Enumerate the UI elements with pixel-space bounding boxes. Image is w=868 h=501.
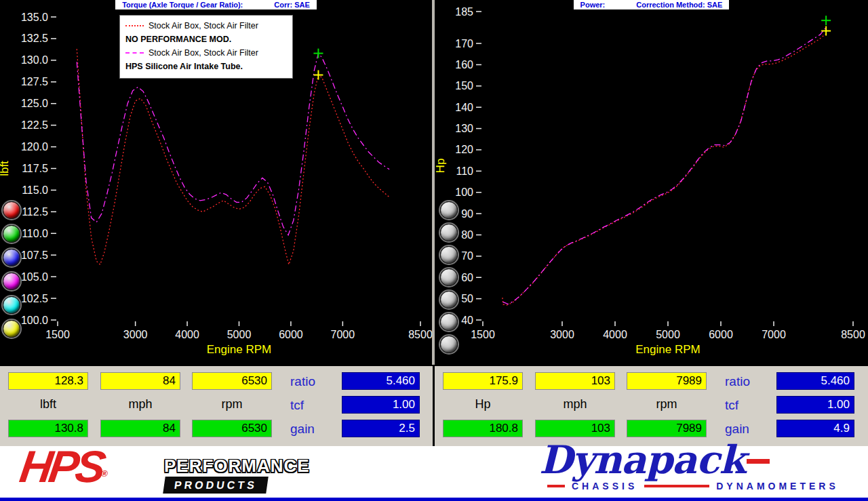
power-channel-buttons [440,201,458,353]
stock-torque-display: 128.3 [8,372,88,390]
svg-text:132.5: 132.5 [21,33,48,44]
legend-stock-line1: Stock Air Box, Stock Air Filter [149,21,258,31]
dynapack-chassis-text: CHASSIS [572,481,637,492]
stock-line-sample-icon [125,25,144,26]
power-channel-button-1[interactable] [440,201,458,219]
tcf-value: 1.00 [776,396,854,414]
power-panel-title: Power: [580,1,606,9]
torque-channel-buttons [3,201,20,338]
hps-products-bar: PRODUCTS [163,477,269,494]
legend-stock-line2: NO PERFORMANCE MOD. [125,35,231,44]
svg-text:127.5: 127.5 [21,76,48,87]
bottom-accent-bar [0,498,868,501]
power-unit-label: Hp [443,397,523,412]
rpm-unit-label: rpm [192,397,272,412]
tcf-label: tcf [290,398,339,413]
svg-text:lbft: lbft [0,161,11,176]
power-chart-panel: Power: Correction Method: SAE 1851701601… [435,0,868,365]
torque-unit-label: lbft [8,397,88,412]
svg-text:122.5: 122.5 [21,119,48,131]
legend-entry-hps-2: HPS Silicone Air Intake Tube. [125,60,287,73]
svg-text:120: 120 [455,144,473,155]
torque-panel-header: Torque (Axle Torque / Gear Ratio): Corr:… [0,0,432,9]
torque-channel-button-2[interactable] [3,225,20,243]
svg-text:1500: 1500 [471,329,495,340]
stock-rpm-display: 7989 [627,372,707,390]
power-channel-button-4[interactable] [440,268,458,286]
svg-text:5000: 5000 [656,329,680,340]
legend-hps-line2: HPS Silicone Air Intake Tube. [125,62,243,71]
red-rule-icon [644,485,709,487]
svg-text:80: 80 [461,229,473,241]
torque-chart-panel: Torque (Axle Torque / Gear Ratio): Corr:… [0,0,432,365]
svg-text:8500: 8500 [841,329,865,340]
hps-logo: HPS® [17,441,113,492]
dynapack-logo: Dynapack CHASSIS DYNAMOMETERS [539,437,851,492]
torque-channel-button-3[interactable] [3,249,20,266]
logo-strip: HPS® PERFORMANCE PRODUCTS Dynapack CHASS… [0,446,868,498]
dynapack-wordmark: Dynapack [539,437,851,482]
gain-label: gain [290,422,339,437]
svg-text:105.0: 105.0 [21,271,48,283]
torque-channel-button-1[interactable] [3,201,20,219]
power-panel-header: Power: Correction Method: SAE [435,0,868,9]
svg-text:102.5: 102.5 [21,293,48,304]
torque-channel-button-5[interactable] [3,296,20,314]
dyno-app: { "panels": { "torque": { "header": {"ti… [0,0,868,501]
gain-value: 4.9 [776,420,854,437]
stock-speed-display: 103 [535,372,615,390]
svg-text:3000: 3000 [550,329,574,340]
hps-speed-display: 84 [100,420,180,437]
chart-legend: Stock Air Box, Stock Air Filter NO PERFO… [119,15,293,79]
rpm-unit-label: rpm [627,397,707,412]
dynapack-dynamometers-text: DYNAMOMETERS [716,481,839,492]
svg-text:110: 110 [456,165,473,177]
svg-text:5000: 5000 [227,329,252,340]
svg-text:Engine RPM: Engine RPM [207,343,271,356]
svg-text:6000: 6000 [709,329,733,340]
svg-text:125.0: 125.0 [21,98,48,109]
svg-text:6000: 6000 [279,329,303,340]
svg-text:1500: 1500 [45,329,70,340]
legend-entry-stock: Stock Air Box, Stock Air Filter [125,19,287,33]
power-channel-button-6[interactable] [440,313,458,331]
torque-panel-title: Torque (Axle Torque / Gear Ratio): [122,1,243,9]
legend-entry-stock-2: NO PERFORMANCE MOD. [125,33,287,46]
ratio-label: ratio [290,374,339,389]
gain-label: gain [725,422,774,437]
svg-text:70: 70 [461,250,473,262]
svg-text:7000: 7000 [331,329,355,340]
svg-text:Engine RPM: Engine RPM [635,343,700,356]
torque-channel-button-4[interactable] [3,273,20,290]
svg-text:7000: 7000 [762,329,786,340]
power-chart: 1851701601501401301201101009080706050401… [435,9,868,364]
svg-text:8500: 8500 [408,329,433,340]
svg-text:Hp: Hp [434,159,447,174]
power-channel-button-2[interactable] [440,224,458,241]
power-readout-panel: 175.9 103 7989 Hp mph rpm 180.8 103 7989… [435,366,868,446]
hps-performance-text: PERFORMANCE [164,456,310,477]
svg-text:100.0: 100.0 [21,315,48,326]
hps-power-display: 180.8 [443,420,523,437]
svg-text:110.0: 110.0 [22,228,48,239]
hps-products-text: PRODUCTS [174,479,258,491]
stock-speed-display: 84 [100,372,180,390]
power-correction-label: Correction Method: SAE [636,1,722,9]
torque-channel-button-6[interactable] [3,320,20,338]
svg-text:120.0: 120.0 [21,141,48,153]
svg-text:112.5: 112.5 [22,206,48,218]
hps-rpm-display: 6530 [192,420,272,437]
stock-power-display: 175.9 [443,372,523,390]
svg-text:130.0: 130.0 [21,54,48,66]
svg-text:130: 130 [455,123,473,134]
torque-correction-label: Corr: SAE [274,1,310,9]
power-channel-button-5[interactable] [440,291,458,308]
svg-text:4000: 4000 [175,329,199,340]
registered-mark-icon: ® [100,468,108,479]
hps-torque-display: 130.8 [8,420,88,437]
power-channel-button-7[interactable] [440,336,458,353]
red-rule-icon [547,485,565,487]
svg-text:117.5: 117.5 [22,163,48,174]
svg-text:135.0: 135.0 [21,12,48,23]
power-channel-button-3[interactable] [440,246,458,264]
